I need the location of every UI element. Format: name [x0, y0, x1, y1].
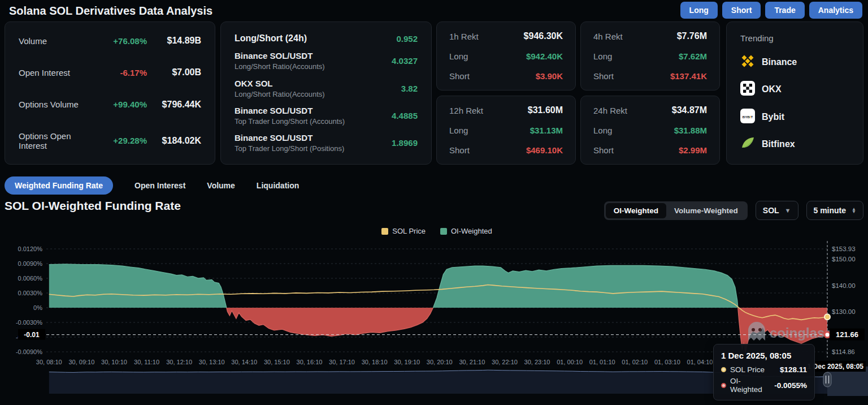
rekt-short-label: Short: [449, 145, 470, 155]
bybit-logo-icon: BYBIT: [740, 109, 755, 126]
navigator-area[interactable]: [49, 370, 827, 394]
chart-tooltip: 1 Dec 2025, 08:05 SOL Price $128.11 OI-W…: [713, 344, 815, 400]
right-axis-tick: $150.00: [832, 256, 856, 262]
rekt-short-value: $469.10K: [526, 145, 563, 155]
tooltip-series-name: SOL Price: [730, 365, 776, 374]
ratio-row-top-trader-positions: Binance SOL/USDT Top Trader Long/Short (…: [235, 133, 418, 153]
trending-item-okx[interactable]: OKX: [740, 81, 849, 98]
funding-area-positive: [49, 264, 827, 353]
x-axis-tick: 01, 01:10: [589, 359, 615, 365]
x-axis-tick: 01, 02:10: [622, 359, 648, 365]
right-axis-tick: $153.93: [832, 245, 856, 252]
interval-select[interactable]: 5 minute ▲▼: [806, 201, 864, 220]
oi-weighted-swatch: [440, 228, 447, 235]
x-axis-tick: 30, 22:10: [492, 359, 518, 365]
x-axis-tick: 30, 09:10: [68, 359, 94, 365]
rekt-long-value: $31.88M: [674, 126, 707, 135]
ratio-row-binance-accounts: Binance SOL/USDT Long/Short Ratio(Accoun…: [235, 51, 418, 71]
rekt-short-label: Short: [593, 145, 614, 155]
stat-value: $796.44K: [147, 100, 201, 110]
ratio-labels: Binance SOL/USDT Top Trader Long/Short (…: [235, 133, 344, 153]
ratio-exchange: Binance SOL/USDT: [235, 51, 325, 61]
stat-row-open-interest: Open Interest -6.17% $7.00B: [19, 67, 201, 77]
symbol-select-value: SOL: [763, 206, 779, 215]
short-button[interactable]: Short: [722, 2, 761, 19]
stat-label: Volume: [19, 36, 98, 46]
toggle-volume-weighted[interactable]: Volume-Weighted: [666, 203, 746, 218]
x-axis-tick: 30, 14:10: [231, 359, 257, 365]
rekt-total: $31.60M: [528, 105, 563, 115]
trending-item-label: OKX: [762, 84, 782, 94]
header-actions: Long Short Trade Analytics: [680, 2, 862, 19]
stat-value: $7.00B: [147, 67, 201, 77]
right-axis-tick: $130.00: [832, 308, 856, 315]
tab-weighted-funding-rate[interactable]: Weighted Funding Rate: [5, 176, 113, 195]
legend-item-sol-price[interactable]: SOL Price: [381, 227, 426, 235]
rekt-title: 24h Rekt: [593, 106, 627, 115]
trade-button[interactable]: Trade: [765, 2, 804, 19]
price-hover-marker: [824, 314, 830, 320]
long-button[interactable]: Long: [680, 2, 718, 19]
left-axis-tick: -0.0030%: [16, 319, 42, 326]
left-axis-tick: 0.0090%: [18, 260, 43, 267]
analytics-button[interactable]: Analytics: [809, 2, 862, 19]
left-axis-tick: 0.0120%: [18, 245, 43, 252]
weighting-toggle: OI-Weighted Volume-Weighted: [604, 201, 748, 220]
rekt-title: 4h Rekt: [593, 32, 623, 41]
stat-label: Open Interest: [19, 68, 98, 77]
bitfinex-logo-icon: [740, 136, 755, 153]
trending-card: Trending Binance OKX BYBIT Bybit Bitfine…: [726, 21, 863, 165]
rekt-short-value: $3.90K: [536, 71, 563, 81]
tab-liquidation[interactable]: Liquidation: [257, 181, 299, 190]
page-title: Solana SOL Derivatives Data Analysis: [9, 5, 212, 18]
svg-text:BYBIT: BYBIT: [743, 114, 753, 118]
stat-value: $184.02K: [147, 136, 201, 146]
stat-percent: +76.08%: [98, 36, 147, 46]
rekt-total: $7.76M: [677, 31, 707, 41]
trending-item-bybit[interactable]: BYBIT Bybit: [740, 109, 849, 126]
ratio-exchange: Binance SOL/USDT: [235, 106, 345, 115]
right-crosshair-badge-value: 121.66: [836, 330, 858, 339]
x-axis-tick: 30, 21:10: [459, 359, 485, 365]
ratio-labels: OKX SOL Long/Short Ratio(Accounts): [235, 79, 325, 98]
toggle-oi-weighted[interactable]: OI-Weighted: [606, 203, 666, 218]
trending-item-bitfinex[interactable]: Bitfinex: [740, 136, 849, 153]
ratio-exchange: OKX SOL: [235, 79, 325, 88]
interval-select-value: 5 minute: [814, 206, 847, 215]
rekt-card-1h: 1h Rekt$946.30K Long$942.40K Short$3.90K: [436, 21, 576, 91]
rekt-title: 12h Rekt: [449, 106, 483, 115]
chevron-down-icon: ▼: [785, 207, 791, 214]
legend-item-oi-weighted[interactable]: OI-Weighted: [440, 227, 492, 235]
x-axis-tick: 30, 16:10: [297, 359, 323, 365]
long-short-24h-row: Long/Short (24h) 0.952: [235, 33, 418, 44]
tab-open-interest[interactable]: Open Interest: [134, 181, 185, 190]
rekt-total: $34.87M: [672, 105, 707, 115]
stat-percent: +29.28%: [98, 136, 147, 145]
ratio-kind: Long/Short Ratio(Accounts): [235, 90, 325, 98]
rekt-card-4h: 4h Rekt$7.76M Long$7.62M Short$137.41K: [580, 21, 720, 91]
x-axis-tick: 30, 12:10: [166, 359, 192, 365]
tooltip-series-value: $128.11: [780, 365, 807, 374]
tab-volume[interactable]: Volume: [207, 181, 235, 190]
ratio-row-top-trader-accounts: Binance SOL/USDT Top Trader Long/Short (…: [235, 106, 418, 126]
sol-price-swatch: [381, 228, 388, 235]
rekt-long-value: $942.40K: [526, 51, 563, 61]
x-axis-tick: 01, 00:10: [557, 359, 583, 365]
symbol-select[interactable]: SOL ▼: [756, 201, 798, 220]
stat-row-options-open-interest: Options Open Interest +29.28% $184.02K: [19, 131, 201, 150]
long-short-ratio-card: Long/Short (24h) 0.952 Binance SOL/USDT …: [220, 21, 432, 165]
stat-percent: +99.40%: [98, 100, 147, 109]
funding-hover-marker: [824, 332, 830, 338]
ratio-kind: Top Trader Long/Short (Accounts): [235, 117, 345, 126]
x-axis-tick: 30, 11:10: [134, 359, 159, 365]
trending-item-label: Bitfinex: [762, 139, 795, 149]
binance-logo-icon: [740, 54, 755, 71]
ratio-value: 4.0327: [392, 56, 418, 66]
ratio-value: 1.8969: [392, 138, 418, 148]
trending-item-binance[interactable]: Binance: [740, 54, 849, 71]
navigator-handle[interactable]: [823, 372, 831, 387]
legend-label: OI-Weighted: [451, 227, 492, 235]
rekt-card-12h: 12h Rekt$31.60M Long$31.13M Short$469.10…: [436, 96, 576, 165]
tooltip-timestamp: 1 Dec 2025, 08:05: [721, 351, 807, 360]
x-axis-tick: 30, 08:10: [36, 359, 62, 365]
